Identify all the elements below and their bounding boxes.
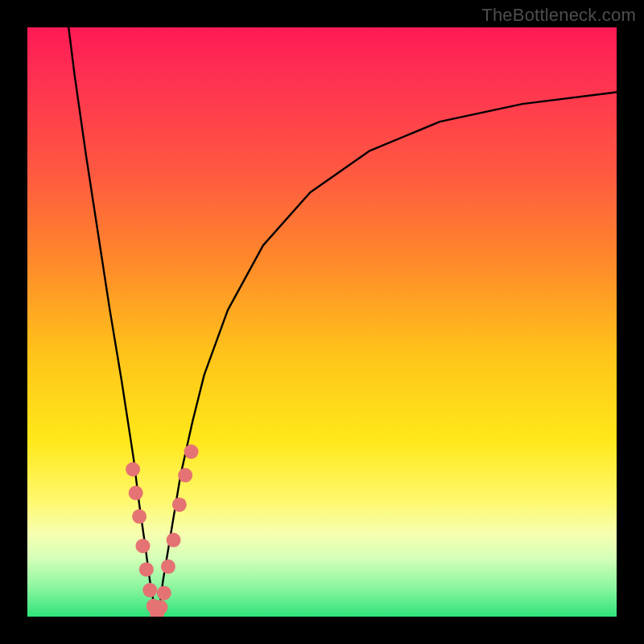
bottleneck-curve <box>68 27 617 617</box>
data-marker <box>153 600 167 614</box>
data-marker <box>167 533 181 547</box>
data-marker <box>139 562 154 576</box>
data-marker <box>135 539 150 553</box>
watermark-text: TheBottleneck.com <box>481 5 636 26</box>
data-marker <box>172 497 187 512</box>
data-marker <box>161 559 175 574</box>
chart-frame: TheBottleneck.com <box>0 0 644 644</box>
chart-svg <box>27 27 617 617</box>
data-marker <box>157 586 171 601</box>
data-marker <box>129 485 143 500</box>
plot-area <box>27 27 617 617</box>
data-marker <box>142 583 157 597</box>
data-marker <box>126 462 140 477</box>
data-marker <box>184 444 199 459</box>
data-marker <box>132 510 147 524</box>
data-marker <box>178 468 192 482</box>
